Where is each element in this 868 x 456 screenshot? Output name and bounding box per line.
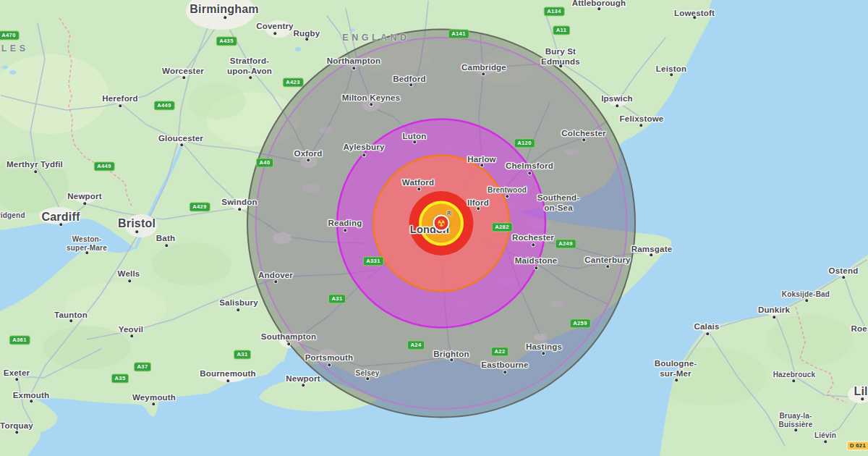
- map-canvas[interactable]: WALESENGLANDBirminghamCardiffBristolLill…: [0, 0, 868, 456]
- detonation-marker[interactable]: ☢ ®: [433, 215, 450, 232]
- registered-mark: ®: [447, 210, 452, 217]
- radiation-icon: ☢: [437, 218, 446, 227]
